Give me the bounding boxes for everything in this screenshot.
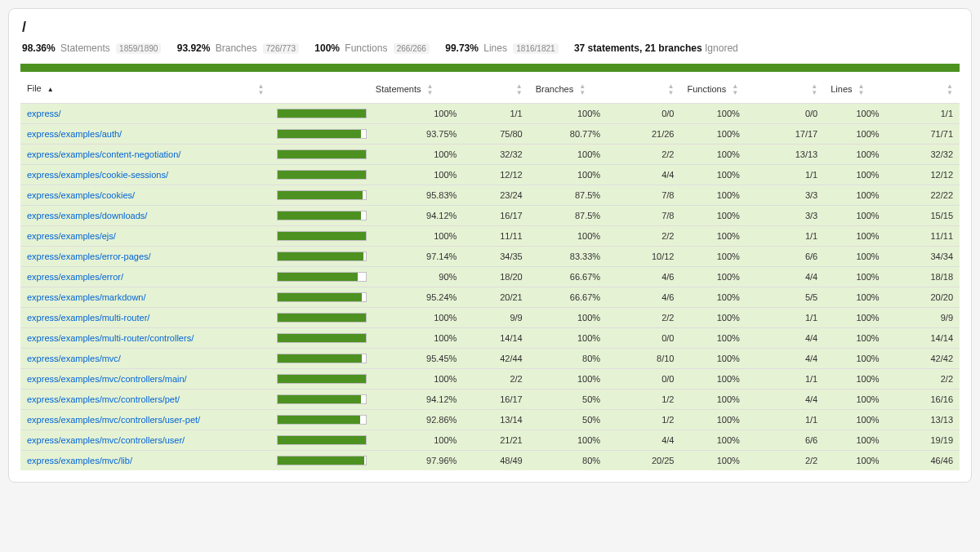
statements-pct: 100%	[369, 328, 464, 349]
summary-branches: 93.92% Branches 726/773	[177, 42, 299, 54]
file-link[interactable]: express/examples/markdown/	[27, 292, 146, 302]
lines-frac: 11/11	[886, 226, 960, 247]
overall-coverage-bar	[20, 64, 960, 72]
table-row: express/examples/mvc/controllers/main/10…	[20, 369, 960, 390]
statements-frac: 23/24	[463, 185, 528, 206]
statements-pct: 100%	[369, 430, 464, 451]
branches-pct: 83.33%	[529, 247, 607, 267]
lines-pct: 100%	[824, 430, 885, 451]
file-link[interactable]: express/	[27, 109, 61, 118]
th-branches-raw[interactable]: ▲▼	[607, 78, 680, 104]
table-row: express/examples/mvc/controllers/pet/94.…	[20, 390, 960, 410]
lines-frac: 18/18	[886, 267, 960, 287]
sort-icon: ▲▼	[811, 83, 817, 96]
functions-pct: 100%	[680, 206, 746, 226]
th-pic[interactable]	[270, 78, 369, 104]
branches-frac: 4/6	[607, 267, 680, 287]
th-statements[interactable]: Statements ▲▼	[369, 78, 464, 104]
coverage-bar	[277, 129, 367, 139]
functions-pct: 100%	[680, 104, 746, 124]
table-row: express/examples/mvc/95.45%42/4480%8/101…	[20, 349, 960, 369]
file-link[interactable]: express/examples/auth/	[27, 129, 122, 139]
table-row: express/examples/multi-router/controller…	[20, 328, 960, 349]
file-link[interactable]: express/examples/mvc/controllers/pet/	[27, 394, 180, 404]
coverage-bar-fill	[278, 191, 362, 199]
table-row: express/examples/multi-router/100%9/9100…	[20, 308, 960, 328]
lines-pct: 100%	[824, 451, 885, 471]
lines-pct: 100%	[824, 267, 885, 287]
statements-frac: 14/14	[463, 328, 528, 349]
functions-pct: 100%	[680, 247, 746, 267]
file-link[interactable]: express/examples/content-negotiation/	[27, 149, 180, 159]
th-branches[interactable]: Branches ▲▼	[529, 78, 607, 104]
lines-pct: 100%	[824, 165, 885, 185]
functions-pct: 100%	[680, 287, 746, 308]
branches-pct: 50%	[529, 390, 607, 410]
th-statements-raw[interactable]: ▲▼	[463, 78, 528, 104]
lines-pct: 100%	[824, 308, 885, 328]
statements-pct: 94.12%	[369, 206, 464, 226]
file-cell: express/	[20, 104, 270, 124]
functions-frac: 4/4	[746, 267, 824, 287]
file-link[interactable]: express/examples/mvc/	[27, 354, 121, 363]
table-row: express/examples/markdown/95.24%20/2166.…	[20, 287, 960, 308]
branches-pct: 100%	[529, 145, 607, 165]
bar-cell	[270, 349, 369, 369]
functions-frac: 0/0	[746, 104, 824, 124]
branches-frac: 0/0	[607, 104, 680, 124]
branches-frac: 21/26	[607, 124, 680, 145]
th-lines[interactable]: Lines ▲▼	[824, 78, 885, 104]
coverage-bar-fill	[278, 109, 366, 118]
lines-frac: 2/2	[886, 369, 960, 390]
summary-lines-frac: 1816/1821	[513, 43, 558, 54]
summary-ignored-strong: 37 statements, 21 branches	[574, 42, 702, 54]
statements-frac: 18/20	[463, 267, 528, 287]
file-link[interactable]: express/examples/error-pages/	[27, 252, 151, 261]
functions-pct: 100%	[680, 267, 746, 287]
statements-frac: 32/32	[463, 145, 528, 165]
file-link[interactable]: express/examples/ejs/	[27, 231, 116, 241]
branches-pct: 87.5%	[529, 185, 607, 206]
summary-lines-label: Lines	[483, 42, 507, 54]
file-link[interactable]: express/examples/multi-router/controller…	[27, 333, 194, 343]
statements-pct: 95.24%	[369, 287, 464, 308]
branches-frac: 4/6	[607, 287, 680, 308]
branches-frac: 1/2	[607, 390, 680, 410]
sort-icon: ▲▼	[668, 83, 675, 96]
branches-frac: 10/12	[607, 247, 680, 267]
statements-pct: 100%	[369, 226, 464, 247]
branches-frac: 8/10	[607, 349, 680, 369]
file-link[interactable]: express/examples/mvc/lib/	[27, 456, 132, 465]
file-link[interactable]: express/examples/cookie-sessions/	[27, 170, 168, 180]
branches-frac: 2/2	[607, 226, 680, 247]
bar-cell	[270, 145, 369, 165]
sort-icon: ▲▼	[427, 83, 434, 96]
th-functions[interactable]: Functions ▲▼	[680, 78, 746, 104]
file-link[interactable]: express/examples/mvc/controllers/main/	[27, 374, 187, 384]
bar-cell	[270, 104, 369, 124]
statements-frac: 48/49	[463, 451, 528, 471]
coverage-bar	[277, 394, 367, 404]
th-lines-raw[interactable]: ▲▼	[886, 78, 960, 104]
lines-pct: 100%	[824, 287, 885, 308]
file-link[interactable]: express/examples/downloads/	[27, 211, 147, 220]
sort-icon: ▲▼	[858, 83, 865, 96]
sort-icon: ▲▼	[579, 83, 586, 96]
file-link[interactable]: express/examples/multi-router/	[27, 313, 149, 323]
coverage-bar-fill	[278, 273, 357, 281]
coverage-bar-fill	[278, 375, 366, 383]
file-link[interactable]: express/examples/mvc/controllers/user/	[27, 435, 185, 445]
th-functions-raw[interactable]: ▲▼	[746, 78, 824, 104]
coverage-bar	[277, 211, 367, 220]
statements-frac: 9/9	[463, 308, 528, 328]
coverage-bar-fill	[278, 416, 359, 424]
file-link[interactable]: express/examples/mvc/controllers/user-pe…	[27, 415, 200, 425]
lines-frac: 9/9	[886, 308, 960, 328]
file-link[interactable]: express/examples/cookies/	[27, 190, 135, 200]
statements-pct: 93.75%	[369, 124, 464, 145]
file-cell: express/examples/error-pages/	[20, 247, 270, 267]
file-cell: express/examples/mvc/controllers/main/	[20, 369, 270, 390]
file-link[interactable]: express/examples/error/	[27, 272, 123, 282]
summary-lines-pct: 99.73%	[445, 42, 479, 54]
th-file[interactable]: File ▲ ▲▼	[20, 78, 270, 104]
